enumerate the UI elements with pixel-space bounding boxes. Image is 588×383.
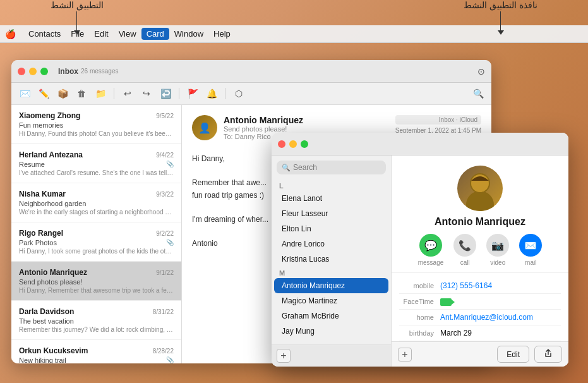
contact-name: Antonio Manriquez xyxy=(435,216,525,228)
mail-preview-3: We're in the early stages of starting a … xyxy=(19,209,174,216)
inbox-label: Inbox xyxy=(58,67,78,76)
forward-icon[interactable]: ↩️ xyxy=(159,87,172,100)
contact-item-elton[interactable]: Elton Lin xyxy=(274,221,388,236)
message-label: message xyxy=(418,259,444,266)
mail-item-6[interactable]: Darla Davidson 8/31/22 The best vacation… xyxy=(11,301,181,340)
mail-item-5[interactable]: Antonio Manriquez 9/1/22 Send photos ple… xyxy=(11,262,181,301)
contact-detail-panel: Antonio Manriquez 💬 message 📞 call 📷 vid… xyxy=(392,133,568,367)
mail-preview-1: Hi Danny, Found this photo! Can you beli… xyxy=(19,130,174,137)
field-row-mobile: mobile (312) 555-6164 xyxy=(399,278,561,294)
contacts-list-panel: 🔍 L Elena Lanot Fleur Lasseur Elton Lin … xyxy=(272,133,392,367)
annotation-line-left xyxy=(76,11,77,30)
toolbar-divider-2 xyxy=(179,88,179,99)
field-label-mobile: mobile xyxy=(399,281,440,289)
mail-list[interactable]: Xiaomeng Zhong 9/5/22 Fun memories Hi Da… xyxy=(11,105,182,363)
field-label-birthday: birthday xyxy=(399,329,440,337)
contact-item-elena[interactable]: Elena Lanot xyxy=(274,191,388,206)
compose-icon[interactable]: ✏️ xyxy=(37,87,51,100)
filter-icon[interactable]: ⊙ xyxy=(477,66,485,76)
annotation-arrow-right xyxy=(498,30,504,35)
contacts-zoom-button[interactable] xyxy=(301,140,308,148)
edit-button[interactable]: Edit xyxy=(497,346,529,363)
contact-item-kristina[interactable]: Kristina Lucas xyxy=(274,252,388,267)
contact-detail-header: Antonio Manriquez 💬 message 📞 call 📷 vid… xyxy=(392,155,568,273)
mail-toolbar: ✉️ ✏️ 📦 🗑 📁 ↩ ↪ ↩️ 🚩 🔔 ⬡ 🔍 xyxy=(11,83,491,105)
mail-action-button[interactable]: ✉️ mail xyxy=(519,234,542,266)
mail-titlebar: Inbox 26 messages ⊙ xyxy=(11,60,491,83)
mail-sender-2: Herland Antezana xyxy=(19,150,83,159)
bell-icon[interactable]: 🔔 xyxy=(205,87,219,100)
mail-sender-6: Darla Davidson xyxy=(19,307,74,316)
field-value-birthday: March 29 xyxy=(440,329,561,337)
contacts-close-button[interactable] xyxy=(278,140,285,148)
attachment-icon-4: 📎 xyxy=(166,239,174,246)
reply-all-icon[interactable]: ↪ xyxy=(140,87,153,100)
annotation-active-app: التطبيق النشط xyxy=(51,0,104,35)
traffic-lights xyxy=(18,68,48,75)
mail-icon[interactable]: ✉️ xyxy=(18,87,32,100)
attachment-icon-2: 📎 xyxy=(166,161,174,167)
field-value-email[interactable]: Ant.Manriquez@icloud.com xyxy=(440,313,561,322)
share-icon xyxy=(544,349,553,358)
section-label-l: L xyxy=(272,179,391,191)
contact-item-antonio[interactable]: Antonio Manriquez xyxy=(274,278,388,293)
call-action-button[interactable]: 📞 call xyxy=(453,234,476,266)
close-button[interactable] xyxy=(18,68,25,75)
contact-item-graham[interactable]: Graham McBride xyxy=(274,308,388,324)
trash-icon[interactable]: 🗑 xyxy=(75,87,88,100)
avatar-illustration xyxy=(457,166,503,211)
contacts-bottom-bar: + xyxy=(272,344,391,367)
mail-date-5: 9/1/22 xyxy=(156,269,174,276)
contacts-window: 🔍 L Elena Lanot Fleur Lasseur Elton Lin … xyxy=(272,133,568,367)
mail-date-4: 9/2/22 xyxy=(156,230,174,237)
zoom-button[interactable] xyxy=(40,68,48,75)
message-action-button[interactable]: 💬 message xyxy=(418,234,444,266)
mail-sender-7: Orkun Kucuksevim xyxy=(19,346,88,355)
toolbar-divider-3 xyxy=(225,88,225,99)
contacts-search-bar[interactable]: 🔍 xyxy=(277,161,386,174)
mail-item-1[interactable]: Xiaomeng Zhong 9/5/22 Fun memories Hi Da… xyxy=(11,105,181,144)
annotation-active-window: نافذة التطبيق النشط xyxy=(464,0,537,35)
contact-item-andre[interactable]: Andre Lorico xyxy=(274,236,388,252)
mail-item-3[interactable]: Nisha Kumar 9/3/22 Neighborhood garden W… xyxy=(11,183,181,222)
mail-preview-4: Hi Danny, I took some great photos of th… xyxy=(19,248,174,255)
field-row-birthday: birthday March 29 xyxy=(399,325,561,341)
message-icon: 💬 xyxy=(419,234,442,257)
search-icon[interactable]: 🔍 xyxy=(471,87,485,100)
section-label-m: M xyxy=(272,267,391,278)
share-button[interactable] xyxy=(534,346,562,363)
flag-icon[interactable]: 🚩 xyxy=(186,87,200,100)
mail-subject-1: Fun memories xyxy=(19,121,174,129)
folder-icon[interactable]: 📁 xyxy=(93,87,107,100)
mail-subject-5: Send photos please! xyxy=(19,278,174,286)
search-icon: 🔍 xyxy=(282,164,291,172)
mail-from-subject: Send photos please! xyxy=(224,125,395,133)
contact-item-jay[interactable]: Jay Mung xyxy=(274,324,388,339)
add-contact-button[interactable]: + xyxy=(277,349,291,363)
reply-icon[interactable]: ↩ xyxy=(121,87,135,100)
field-value-facetime[interactable] xyxy=(440,297,561,306)
field-value-mobile[interactable]: (312) 555-6164 xyxy=(440,281,561,290)
mail-subject-2: Resume 📎 xyxy=(19,161,174,168)
mail-preview-6: Remember this journey? We did a lot: roc… xyxy=(19,326,174,333)
minimize-button[interactable] xyxy=(29,68,37,75)
video-action-button[interactable]: 📷 video xyxy=(486,234,509,266)
mail-subject-4: Park Photos 📎 xyxy=(19,239,174,246)
annotation-active-app-text: التطبيق النشط xyxy=(51,0,104,10)
mail-item-4[interactable]: Rigo Rangel 9/2/22 Park Photos 📎 Hi Dann… xyxy=(11,222,181,262)
field-row-facetime: FaceTime xyxy=(399,294,561,310)
contacts-minimize-button[interactable] xyxy=(289,140,297,148)
annotation-active-window-text: نافذة التطبيق النشط xyxy=(464,0,537,10)
archive-icon[interactable]: 📦 xyxy=(56,87,69,100)
mail-item-7[interactable]: Orkun Kucuksevim 8/28/22 New hiking trai… xyxy=(11,340,181,363)
add-contact-detail-button[interactable]: + xyxy=(398,348,412,362)
contact-item-fleur[interactable]: Fleur Lasseur xyxy=(274,206,388,221)
field-label-facetime: FaceTime xyxy=(399,297,440,305)
expand-icon[interactable]: ⬡ xyxy=(232,87,246,100)
mail-item-2[interactable]: Herland Antezana 9/4/22 Resume 📎 I've at… xyxy=(11,144,181,183)
contact-action-buttons: 💬 message 📞 call 📷 video ✉️ mail xyxy=(418,234,543,266)
contact-item-magico[interactable]: Magico Martinez xyxy=(274,293,388,308)
search-input[interactable] xyxy=(293,163,381,172)
mail-icon: ✉️ xyxy=(519,234,542,257)
mail-date-2: 9/4/22 xyxy=(156,152,174,159)
